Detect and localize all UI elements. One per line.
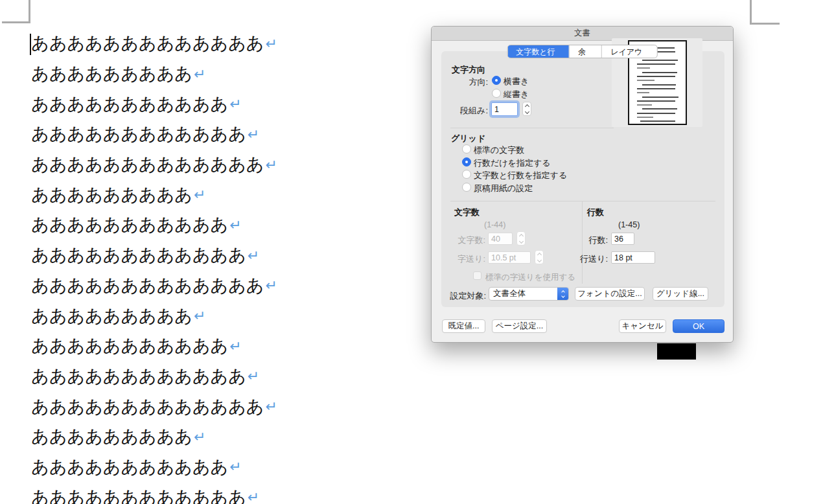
line-pitch-input[interactable]: 18 pt xyxy=(611,251,655,264)
paragraph-return-icon: ↵ xyxy=(194,187,205,203)
preview-text-line xyxy=(642,72,677,73)
direction-label: 方向: xyxy=(441,76,488,88)
preview-text-line xyxy=(637,88,675,89)
preview-text-line xyxy=(640,120,675,122)
document-line-text: あああああああああああ xyxy=(31,334,228,358)
document-line-text: あああああああああああああ xyxy=(31,153,264,176)
grid-radio-label-lines-only: 行数だけを指定する xyxy=(474,157,551,169)
line-count-input[interactable]: 36 xyxy=(611,233,634,245)
document-line[interactable]: あああああああああ↵ xyxy=(31,301,420,331)
document-line-text: あああああああああ xyxy=(31,425,192,448)
lines-range: (1-45) xyxy=(618,220,640,229)
char-count-input: 40 xyxy=(488,233,513,245)
document-line[interactable]: あああああああああああああ↵ xyxy=(31,29,420,59)
apply-to-dropdown[interactable]: 文書全体 xyxy=(489,287,569,301)
default-button[interactable]: 既定値... xyxy=(442,319,485,333)
paragraph-return-icon: ↵ xyxy=(248,489,259,504)
paragraph-return-icon: ↵ xyxy=(248,247,259,264)
direction-radio-vertical[interactable] xyxy=(492,89,501,98)
document-line[interactable]: ああああああああああああ↵ xyxy=(31,240,420,271)
char-pitch-input: 10.5 pt xyxy=(488,251,531,264)
preview-text-line xyxy=(637,67,650,69)
section-divider-2 xyxy=(450,201,715,201)
preview-text-line xyxy=(637,76,675,77)
document-line[interactable]: ああああああああああああ↵ xyxy=(31,482,420,504)
paragraph-return-icon: ↵ xyxy=(194,429,205,445)
document-line[interactable]: あああああああああああああ↵ xyxy=(31,150,420,180)
paragraph-return-icon: ↵ xyxy=(194,308,205,324)
document-line-text: ああああああああああああ xyxy=(31,486,246,504)
preview-text-line xyxy=(642,108,677,109)
direction-radio-label-vertical: 縦書き xyxy=(504,89,529,100)
margin-crop-mark-top-right-vertical xyxy=(750,0,752,25)
grid-radio-standard-chars[interactable] xyxy=(462,144,471,154)
paragraph-return-icon: ↵ xyxy=(229,217,241,233)
word-document-window: あああああああああああああ↵あああああああああ↵あああああああああああ↵ああああ… xyxy=(0,0,823,504)
chars-range: (1-44) xyxy=(484,220,505,229)
gridlines-button[interactable]: グリッド線... xyxy=(653,287,708,301)
document-line-text: あああああああああああああ xyxy=(31,274,264,297)
document-line-text: あああああああああ xyxy=(31,62,192,86)
lines-heading: 行数 xyxy=(587,207,604,218)
document-line[interactable]: あああああああああああ↵ xyxy=(31,89,420,119)
char-count-label: 文字数: xyxy=(441,235,485,246)
document-line[interactable]: あああああああああああああ↵ xyxy=(31,271,420,301)
document-line[interactable]: ああああああああああああ↵ xyxy=(31,119,420,150)
apply-to-label: 設定対象: xyxy=(441,290,486,302)
columns-input[interactable]: 1 xyxy=(491,102,518,116)
ok-button[interactable]: OK xyxy=(673,319,724,333)
preview-text-line xyxy=(637,117,653,118)
preview-text-line xyxy=(642,97,678,98)
tab-layout[interactable]: レイアウト xyxy=(601,45,657,58)
document-line[interactable]: あああああああああああああ↵ xyxy=(31,391,420,422)
document-settings-dialog: 文書 文字数と行数余白レイアウト 文字方向 方向: 段組み: 1 グリッド 文字… xyxy=(431,26,734,343)
document-line[interactable]: あああああああああああ↵ xyxy=(31,210,420,240)
preview-text-line xyxy=(642,60,678,61)
direction-radio-horizontal[interactable] xyxy=(492,76,501,85)
document-line[interactable]: ああああああああああああ↵ xyxy=(31,361,420,392)
cancel-button[interactable]: キャンセル xyxy=(619,319,666,333)
tab-margins[interactable]: 余白 xyxy=(569,45,601,58)
grid-radio-label-chars-and-lines: 文字数と行数を指定する xyxy=(474,170,567,181)
dialog-title: 文書 xyxy=(574,28,590,39)
columns-stepper[interactable] xyxy=(522,102,531,116)
grid-radio-manuscript-paper[interactable] xyxy=(462,183,471,192)
stepper-down-icon xyxy=(537,257,541,262)
standard-pitch-checkbox xyxy=(473,271,481,280)
document-line[interactable]: あああああああああ↵ xyxy=(31,59,420,89)
document-line-text: あああああああああああ xyxy=(31,455,228,479)
direction-radio-label-horizontal: 横書き xyxy=(504,76,529,87)
margin-crop-mark-top-left-vertical xyxy=(29,0,30,23)
redaction-block xyxy=(657,343,696,360)
document-line-text: あああああああああ xyxy=(31,304,192,328)
document-line-text: あああああああああああ xyxy=(31,93,228,116)
stepper-down-icon xyxy=(518,238,523,243)
section-divider xyxy=(450,128,614,128)
grid-radio-label-manuscript-paper: 原稿用紙の設定 xyxy=(474,183,533,194)
document-line[interactable]: あああああああああああ↵ xyxy=(31,452,420,483)
document-line[interactable]: あああああああああ↵ xyxy=(31,179,420,210)
document-line[interactable]: あああああああああ↵ xyxy=(31,422,420,452)
document-text-area[interactable]: あああああああああああああ↵あああああああああ↵あああああああああああ↵ああああ… xyxy=(31,29,420,504)
preview-text-line xyxy=(637,100,675,102)
page-setup-button[interactable]: ページ設定... xyxy=(492,319,547,333)
document-line-text: ああああああああああああ xyxy=(31,122,246,146)
document-line[interactable]: あああああああああああ↵ xyxy=(31,331,420,361)
grid-heading: グリッド xyxy=(451,133,485,144)
stepper-up-icon xyxy=(524,104,529,108)
document-line-text: ああああああああああああ xyxy=(31,365,246,388)
preview-text-line xyxy=(642,84,676,86)
document-line-text: ああああああああああああ xyxy=(31,244,246,267)
document-line-text: あああああああああああああ xyxy=(31,395,264,418)
grid-radio-chars-and-lines[interactable] xyxy=(462,170,471,179)
document-line-text: あああああああああ xyxy=(31,183,192,207)
line-pitch-label: 行送り: xyxy=(558,253,608,265)
grid-radio-lines-only[interactable] xyxy=(462,157,471,166)
document-line-text: あああああああああああ xyxy=(31,213,228,236)
tab-chars-lines[interactable]: 文字数と行数 xyxy=(507,45,569,58)
preview-text-line xyxy=(637,113,675,114)
font-settings-button[interactable]: フォントの設定... xyxy=(575,287,645,301)
dropdown-arrows-icon xyxy=(557,288,568,300)
paragraph-return-icon: ↵ xyxy=(229,96,241,112)
margin-crop-mark-top-right-horizontal xyxy=(750,23,780,25)
